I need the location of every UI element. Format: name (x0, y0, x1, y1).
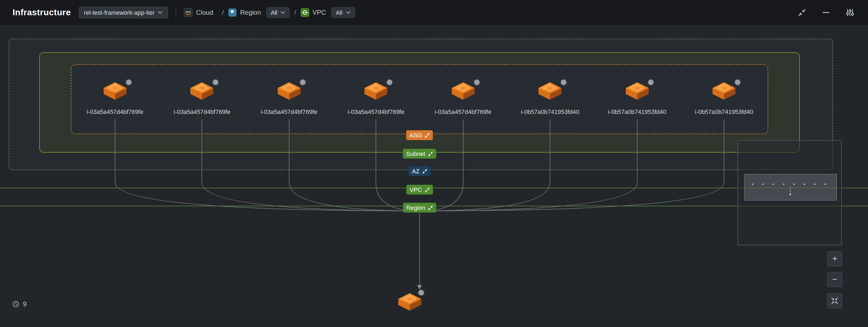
collapse-badge-vpc[interactable]: VPC (406, 185, 433, 195)
region-label: Region (240, 9, 261, 17)
collapse-arrows-icon (428, 205, 433, 210)
sliders-icon (846, 8, 855, 17)
resource-counter: 9 (12, 300, 27, 308)
collapse-badge-region[interactable]: Region (403, 203, 436, 212)
vpc-label: VPC (312, 9, 326, 17)
header-bar: Infrastructure rel-test-framework-app-ti… (0, 0, 868, 26)
minimize-button[interactable] (821, 8, 831, 18)
badge-label: AZ (412, 167, 420, 175)
collapse-badge-subnet[interactable]: Subnet (403, 149, 436, 159)
collapse-arrows-icon (422, 169, 427, 173)
ec2-instance-node[interactable]: i-0b57a0b741953fd40 (506, 65, 594, 133)
collapse-all-button[interactable] (797, 8, 807, 18)
ec2-icon (103, 82, 127, 100)
instance-id-label: i-03a5a457d4bf769fe (348, 108, 405, 115)
ec2-instance-node[interactable]: i-03a5a457d4bf769fe (333, 65, 420, 133)
status-dot (387, 79, 393, 85)
ec2-icon (190, 82, 214, 100)
ec2-icon (277, 82, 301, 100)
vpc-filter-value: All (336, 9, 342, 16)
collapse-arrows-icon (425, 187, 430, 192)
ec2-instance-node[interactable]: i-0b57a0b741953fd40 (594, 65, 681, 133)
ec2-instance-node[interactable]: i-03a5a457d4bf769fe (420, 65, 506, 133)
minimap-target-dot (789, 194, 791, 195)
region-filter-dropdown[interactable]: All (266, 7, 290, 18)
edge-arrowhead (417, 285, 422, 289)
fit-view-icon (831, 296, 839, 305)
status-dot (213, 79, 218, 85)
minimap-node-dot (783, 184, 784, 185)
scope-dropdown[interactable]: rel-test-framework-app-tier (79, 6, 168, 19)
resource-icon (398, 293, 422, 311)
badge-label: ASG (409, 131, 422, 139)
page-title: Infrastructure (12, 8, 71, 18)
instance-id-label: i-03a5a457d4bf769fe (435, 108, 492, 115)
minimap-node-dot (762, 184, 764, 185)
minimap[interactable] (738, 140, 842, 245)
minimap-node-dot (752, 184, 753, 185)
ec2-icon (712, 82, 736, 100)
breadcrumb-separator: / (294, 9, 296, 17)
region-filter-value: All (271, 9, 277, 16)
badge-label: Region (406, 204, 425, 211)
collapse-arrows-icon (428, 151, 433, 156)
vpc-filter-dropdown[interactable]: All (332, 7, 355, 18)
region-icon (228, 8, 237, 17)
instance-id-label: i-0b57a0b741953fd40 (695, 108, 753, 115)
badge-label: VPC (409, 186, 422, 194)
instance-id-label: i-03a5a457d4bf769fe (87, 108, 144, 115)
vpc-icon (300, 8, 309, 17)
minimap-node-dot (773, 184, 774, 185)
chevron-down-icon (281, 11, 286, 14)
svg-text:aws: aws (186, 10, 191, 13)
status-dot (561, 79, 566, 85)
chevron-down-icon (346, 11, 350, 14)
instance-id-label: i-03a5a457d4bf769fe (174, 108, 230, 115)
ec2-instance-node[interactable]: i-03a5a457d4bf769fe (158, 65, 246, 133)
app-window: Infrastructure rel-test-framework-app-ti… (0, 0, 868, 327)
minus-icon: − (832, 275, 837, 284)
ec2-instance-node[interactable]: i-03a5a457d4bf769fe (71, 65, 158, 133)
collapse-arrows-icon (425, 133, 430, 138)
scope-dropdown-label: rel-test-framework-app-tier (84, 9, 155, 16)
instance-id-label: i-0b57a0b741953fd40 (521, 108, 579, 115)
collapse-badge-az[interactable]: AZ (409, 166, 430, 176)
minimap-edge (790, 186, 790, 193)
minimap-viewport[interactable] (744, 174, 837, 201)
target-resource-node[interactable] (398, 293, 422, 311)
chevron-down-icon (158, 11, 163, 14)
ec2-icon (364, 82, 388, 100)
minimap-node-dot (804, 184, 805, 185)
topology-canvas[interactable]: i-03a5a457d4bf769fe i-03a5a457d4bf769fe … (0, 26, 868, 327)
ec2-icon (538, 82, 562, 100)
status-dot (474, 79, 479, 85)
status-dot (418, 290, 424, 295)
breadcrumb-separator: / (222, 9, 224, 17)
status-dot (300, 79, 306, 85)
instance-id-label: i-03a5a457d4bf769fe (261, 108, 317, 115)
asg-boundary: i-03a5a457d4bf769fe i-03a5a457d4bf769fe … (71, 64, 768, 134)
status-dot (735, 79, 741, 85)
status-dot (648, 79, 654, 85)
status-dot (126, 79, 131, 85)
display-settings-button[interactable] (845, 8, 855, 18)
clock-icon (12, 300, 20, 308)
minimap-node-dot (814, 184, 816, 185)
header-divider (176, 6, 177, 19)
plus-icon: + (832, 255, 837, 263)
fit-view-button[interactable] (827, 293, 842, 308)
collapse-icon (798, 8, 806, 17)
ec2-instance-node[interactable]: i-03a5a457d4bf769fe (246, 65, 333, 133)
zoom-in-button[interactable]: + (827, 251, 842, 266)
collapse-badge-asg[interactable]: ASG (406, 130, 433, 140)
badge-label: Subnet (406, 150, 425, 158)
instance-id-label: i-0b57a0b741953fd40 (608, 108, 666, 115)
minus-icon (822, 8, 830, 17)
minimap-node-dot (824, 184, 826, 185)
resource-count: 9 (23, 300, 27, 308)
ec2-icon (625, 82, 649, 100)
zoom-out-button[interactable]: − (827, 272, 842, 287)
cloud-label: Cloud (196, 9, 213, 17)
minimap-node-dot (793, 184, 795, 185)
ec2-instance-node[interactable]: i-0b57a0b741953fd40 (681, 65, 768, 133)
